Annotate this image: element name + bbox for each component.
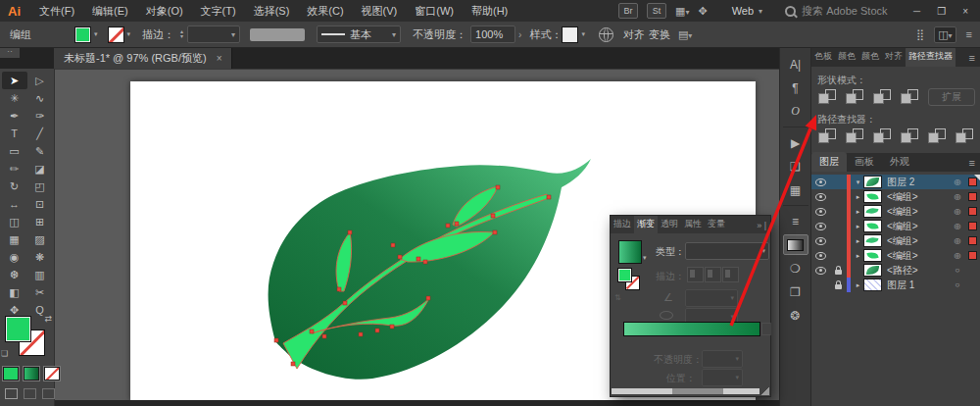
shape-mode-unite[interactable] (816, 88, 837, 105)
pen-tool[interactable]: ✒ (2, 107, 27, 125)
target-icon[interactable]: ◎ (950, 236, 965, 245)
layer-thumbnail[interactable] (863, 205, 882, 218)
tab-pathfinder-0[interactable]: 色板 (811, 46, 835, 67)
tab-pathfinder-2[interactable]: 颜色 (858, 46, 882, 67)
type-tool[interactable]: T (2, 125, 27, 142)
tab-gradient-3[interactable]: 属性 (681, 216, 705, 233)
free-transform-tool[interactable]: ⊡ (27, 195, 53, 213)
fill-color-swatch[interactable] (74, 26, 91, 43)
tab-layers-1[interactable]: 画板 (847, 152, 882, 172)
layer-thumbnail[interactable] (863, 249, 882, 262)
panel-overflow-icon[interactable]: » | (753, 218, 770, 233)
location-dropdown[interactable]: ▾ (702, 369, 743, 386)
chevron-down-icon[interactable]: ▾ (581, 30, 585, 38)
draw-behind-button[interactable] (24, 388, 36, 399)
width-tool[interactable]: ↔ (2, 195, 27, 213)
tab-pathfinder-4[interactable]: 路径查找器 (906, 46, 956, 67)
layer-name[interactable]: <编组> (887, 249, 950, 263)
symbol-sprayer-tool[interactable]: ❆ (2, 266, 27, 283)
restore-button[interactable]: ❐ (933, 6, 950, 17)
expand-arrow-icon[interactable]: ▸ (853, 252, 863, 260)
panel-menu-icon[interactable]: ≡ (964, 52, 980, 67)
paragraph-panel-icon[interactable]: ¶ (783, 77, 808, 98)
tab-gradient-4[interactable]: 变量 (705, 216, 728, 233)
selection-cell[interactable] (965, 178, 980, 186)
selection-cell[interactable] (965, 192, 980, 201)
stroke-stepper[interactable]: ▴▾ (180, 29, 183, 39)
pathfinder-minus-back[interactable] (954, 127, 974, 144)
expand-button[interactable]: 扩展 (928, 88, 975, 106)
stroke-weight-dropdown[interactable]: ▾ (187, 25, 240, 43)
layer-name[interactable]: <编组> (887, 220, 950, 233)
pathfinder-crop[interactable] (899, 127, 919, 144)
angle-dropdown[interactable]: ▾ (685, 289, 738, 307)
arrange-documents-icon[interactable]: ▦▾ (675, 5, 689, 18)
lasso-tool[interactable]: ∿ (27, 89, 53, 107)
gradient-slider[interactable] (623, 322, 760, 336)
shape-mode-intersect[interactable] (871, 88, 892, 105)
gradient-annotator-icon[interactable]: ⇅ (614, 293, 621, 302)
visibility-cell[interactable] (811, 267, 830, 275)
layer-thumbnail[interactable] (863, 220, 882, 232)
lock-cell[interactable] (830, 280, 847, 289)
expand-arrow-icon[interactable]: ▸ (853, 223, 863, 230)
gradient-swatch-thumbnail[interactable] (618, 240, 642, 264)
isolate-icon[interactable]: ▤▾ (678, 28, 692, 41)
menu-item-6[interactable]: 视图(V) (353, 4, 407, 19)
none-fill-button[interactable] (44, 367, 60, 381)
artboard-tool[interactable]: ◧ (2, 283, 27, 301)
curvature-tool[interactable]: ✑ (27, 107, 53, 125)
scrollbar-thumb[interactable] (672, 388, 723, 394)
expand-arrow-icon[interactable]: ▸ (853, 237, 863, 245)
lock-cell[interactable] (830, 266, 847, 275)
transform-button[interactable]: 变换 (649, 27, 670, 42)
menu-item-7[interactable]: 窗口(W) (406, 4, 463, 19)
tab-layers-0[interactable]: 图层 (811, 152, 847, 172)
pathfinder-divide[interactable] (816, 127, 837, 144)
gradient-fill-proxy[interactable] (617, 268, 632, 282)
character-panel-icon[interactable]: A| (783, 54, 808, 75)
tab-layers-2[interactable]: 外观 (882, 152, 917, 172)
selection-cell[interactable] (965, 222, 980, 230)
target-icon[interactable]: ○ (950, 280, 965, 289)
opentype-panel-icon[interactable]: O (783, 101, 808, 122)
layer-name[interactable]: <编组> (887, 234, 950, 248)
shaper-tool[interactable]: ◪ (27, 160, 53, 178)
arrange-grid-icon[interactable]: ⣿ (916, 28, 924, 41)
align-button[interactable]: 对齐 (623, 27, 645, 42)
shape-builder-tool[interactable]: ◫ (2, 213, 27, 230)
visibility-cell[interactable] (811, 237, 830, 245)
draw-normal-button[interactable] (5, 388, 18, 399)
menu-item-2[interactable]: 对象(O) (137, 4, 192, 19)
layer-row-1[interactable]: ▸<编组>◎ (811, 189, 980, 204)
target-icon[interactable]: ◎ (950, 207, 965, 216)
layer-name[interactable]: 图层 1 (887, 279, 950, 292)
mesh-tool[interactable]: ▦ (2, 230, 27, 248)
pencil-tool[interactable]: ✏ (2, 160, 27, 178)
target-icon[interactable]: ◎ (950, 251, 965, 260)
visibility-cell[interactable] (811, 208, 830, 216)
paintbrush-tool[interactable]: ✎ (27, 142, 53, 160)
layer-row-6[interactable]: <路径>○ (811, 263, 980, 278)
swap-fill-stroke-icon[interactable]: ⇄ (44, 314, 52, 324)
gradient-panel-icon[interactable] (783, 234, 808, 255)
chevron-down-icon[interactable]: ▾ (94, 30, 98, 38)
stock-search[interactable]: 搜索 Adobe Stock (785, 4, 901, 19)
opacity-label[interactable]: 不透明度： (413, 27, 466, 42)
line-segment-tool[interactable]: ╱ (27, 125, 53, 142)
layer-thumbnail[interactable] (863, 264, 882, 277)
document-tab[interactable]: 未标题-1* @ 97% (RGB/预览) × (54, 47, 232, 69)
visibility-cell[interactable] (811, 193, 830, 201)
actions-panel-icon[interactable]: ▶ (783, 132, 808, 153)
stroke-along-icon[interactable] (705, 267, 721, 282)
direct-selection-tool[interactable]: ▷ (27, 72, 53, 89)
magic-wand-tool[interactable]: ✳ (2, 89, 27, 107)
layer-row-5[interactable]: ▸<编组>◎ (811, 248, 980, 263)
layer-row-2[interactable]: ▸<编组>◎ (811, 204, 980, 219)
tab-pathfinder-1[interactable]: 颜色 (835, 46, 858, 67)
chevron-down-icon[interactable]: ▾ (643, 254, 647, 262)
panel-menu-icon[interactable]: ≡ (964, 157, 980, 172)
panel-menu-icon[interactable]: ≡ (966, 28, 972, 40)
pattern-options-panel-icon[interactable]: ▦ (783, 179, 808, 200)
workspace-switcher[interactable]: Web ▾ (732, 5, 762, 17)
